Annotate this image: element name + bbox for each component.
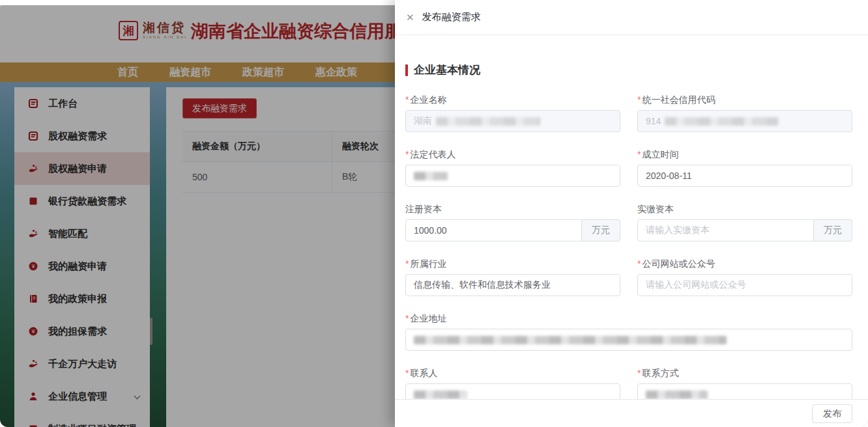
contact-phone-label: *联系方式	[637, 366, 852, 379]
paid-in-capital-input[interactable]: 请输入实缴资本	[637, 219, 814, 241]
company-name-label: *企业名称	[405, 93, 620, 106]
company-address-label: *企业地址	[405, 312, 852, 325]
required-asterisk: *	[405, 313, 409, 324]
drawer-header: ✕ 发布融资需求	[395, 0, 868, 35]
contact-phone-input[interactable]	[637, 383, 852, 399]
registered-capital-input[interactable]: 1000.00	[405, 219, 582, 241]
modal-overlay[interactable]	[0, 5, 395, 427]
paid-in-capital-unit-suffix: 万元	[814, 219, 852, 241]
registered-capital-field: 注册资本1000.00万元	[405, 202, 620, 241]
section-title-bar	[405, 64, 408, 76]
required-asterisk: *	[637, 368, 641, 378]
company-address-input[interactable]	[405, 329, 852, 351]
drawer-title: 发布融资需求	[422, 11, 481, 23]
contact-person-label: *联系人	[405, 366, 620, 379]
required-asterisk: *	[405, 258, 409, 269]
company-info-form: *企业名称湖南*统一社会信用代码914*法定代表人*成立时间2020-08-11…	[405, 93, 852, 399]
contact-phone-field: *联系方式	[637, 366, 852, 399]
registered-capital-input-group: 1000.00万元	[405, 219, 620, 241]
credit-code-redacted-value	[665, 117, 779, 126]
required-asterisk: *	[637, 94, 641, 105]
industry-field: *所属行业信息传输、软件和信息技术服务业	[405, 257, 620, 296]
required-asterisk: *	[405, 94, 409, 105]
close-icon[interactable]: ✕	[406, 12, 414, 22]
contact-phone-redacted-value	[646, 391, 708, 399]
drawer-body: 企业基本情况 *企业名称湖南*统一社会信用代码914*法定代表人*成立时间202…	[395, 36, 868, 399]
contact-person-redacted-value	[414, 391, 467, 399]
website-field: *公司网站或公众号请输入公司网站或公众号	[637, 257, 852, 296]
legal-representative-redacted-value	[414, 172, 448, 180]
company-name-value-prefix: 湖南	[414, 115, 432, 127]
legal-representative-input[interactable]	[405, 165, 620, 187]
paid-in-capital-label: 实缴资本	[637, 202, 852, 215]
required-asterisk: *	[405, 149, 409, 159]
company-name-redacted-value	[436, 117, 540, 126]
website-input[interactable]: 请输入公司网站或公众号	[637, 274, 852, 296]
legal-representative-field: *法定代表人	[405, 148, 620, 187]
credit-code-input: 914	[637, 110, 852, 132]
industry-input[interactable]: 信息传输、软件和信息技术服务业	[405, 274, 620, 296]
company-address-field: *企业地址	[405, 312, 852, 351]
paid-in-capital-field: 实缴资本请输入实缴资本万元	[637, 202, 852, 241]
required-asterisk: *	[405, 368, 409, 378]
website-placeholder: 请输入公司网站或公众号	[646, 279, 746, 291]
publish-submit-button[interactable]: 发布	[812, 404, 852, 423]
established-date-field: *成立时间2020-08-11	[637, 148, 852, 187]
industry-label: *所属行业	[405, 257, 620, 270]
paid-in-capital-placeholder: 请输入实缴资本	[646, 225, 710, 236]
website-label: *公司网站或公众号	[637, 257, 852, 270]
company-name-field: *企业名称湖南	[405, 93, 620, 132]
credit-code-label: *统一社会信用代码	[637, 93, 852, 106]
contact-person-input[interactable]	[405, 383, 620, 399]
app-frame: 湘 湘信贷 XIANG XIN DAI 湖南省企业融资综合信用服务平台 首页融资…	[0, 0, 868, 427]
required-asterisk: *	[637, 149, 641, 159]
registered-capital-label: 注册资本	[405, 202, 620, 215]
required-asterisk: *	[637, 258, 641, 269]
credit-code-field: *统一社会信用代码914	[637, 93, 852, 132]
company-name-input: 湖南	[405, 110, 620, 132]
company-address-redacted-value	[414, 336, 727, 344]
section-title-text: 企业基本情况	[414, 62, 480, 77]
drawer-footer: 发布	[395, 399, 868, 427]
credit-code-value-prefix: 914	[646, 116, 661, 126]
registered-capital-unit-suffix: 万元	[582, 219, 620, 241]
contact-person-field: *联系人	[405, 366, 620, 399]
paid-in-capital-input-group: 请输入实缴资本万元	[637, 219, 852, 241]
publish-drawer: ✕ 发布融资需求 企业基本情况 *企业名称湖南*统一社会信用代码914*法定代表…	[395, 0, 868, 427]
established-date-label: *成立时间	[637, 148, 852, 161]
established-date-input[interactable]: 2020-08-11	[637, 165, 852, 187]
legal-representative-label: *法定代表人	[405, 148, 620, 161]
section-title: 企业基本情况	[405, 62, 852, 77]
